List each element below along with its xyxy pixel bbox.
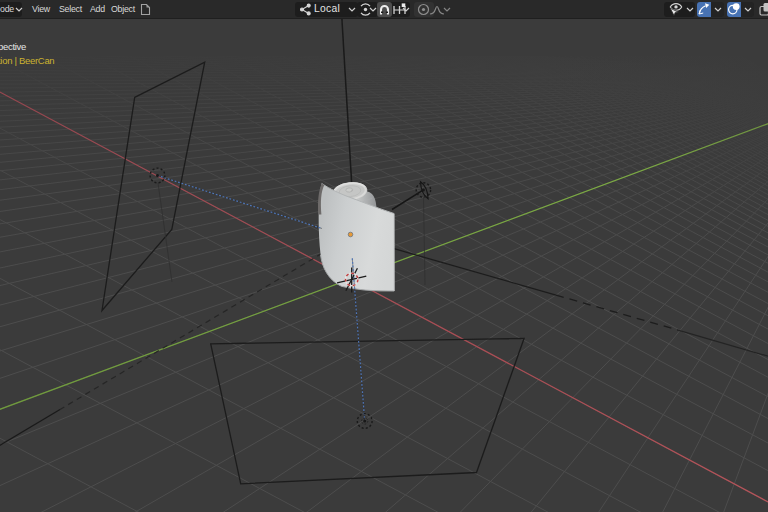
- svg-text:tion | BeerCan: tion | BeerCan: [0, 55, 54, 66]
- svg-text:pective: pective: [0, 41, 26, 52]
